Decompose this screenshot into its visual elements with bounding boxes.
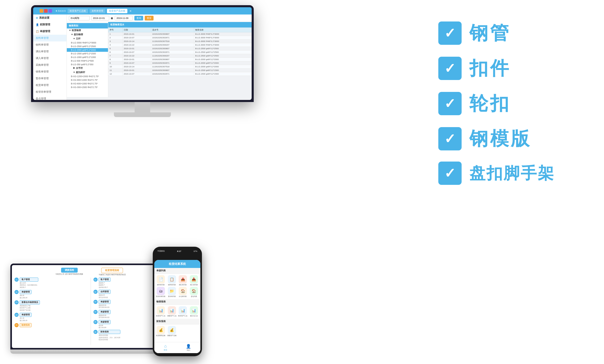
sidebar-sales[interactable]: 销售单管理 [33, 68, 67, 75]
sidebar-lease[interactable]: 租赁单管理 [33, 82, 67, 89]
table-cell-0-3: B-LG-3000 Φ48*3.2*3000 [194, 32, 252, 36]
table-cell-8-2: 101910291502671 [151, 61, 194, 65]
phone-finance-grid: 💰 租赁费用总账 💰 调拨资产总账 [154, 324, 200, 338]
tree-item-lg350[interactable]: B-LG-350 φ48*3.2*350 [67, 63, 108, 66]
tree-item-lg1000[interactable]: B-LG-1000 φ48*3.2*1000 [67, 55, 108, 59]
sidebar-permissions[interactable]: 👤 权限管理 [33, 21, 67, 28]
sidebar-receive-doc[interactable]: 收料单管理 [33, 41, 67, 48]
sidebar-documents[interactable]: 📋 单据管理 [33, 28, 67, 35]
phone-icon-warehouse-out[interactable]: 🏠 出仓单列表 [178, 287, 188, 297]
tree-item-xg900[interactable]: B-XG-900×1000 Φ42*2.75* [67, 78, 108, 82]
app-content-area: ⚙ 系统设置 👤 权限管理 📋 单据管理 发料单管理 收料单管理 调出单管理 调… [33, 14, 252, 100]
sidebar-transfer-in[interactable]: 调入单管理 [33, 55, 67, 62]
right-flow-section: 租赁管理流程 与建筑工地进行钢管等物资的租赁 [99, 268, 126, 276]
step-circle-04: 04 [14, 313, 19, 317]
toolbar-btn-purple[interactable] [48, 9, 52, 13]
table-cell-0-0: 1 [108, 32, 123, 36]
tab-asset-summary[interactable]: 租赁资产汇总账 [68, 9, 88, 13]
tree-item-lg3000[interactable]: B-LG-3000 Φ48*3.2*3000 [67, 41, 108, 45]
reset-button[interactable]: 重置 [145, 16, 154, 20]
phone-nav-me[interactable]: 👤 我的 [186, 344, 191, 352]
tab-asset-flow[interactable]: 租赁资产流水账 [107, 9, 127, 13]
table-cell-4-2: 101910291500807 [151, 47, 194, 50]
tree-item-lg2500[interactable]: B-LG-2500 φ48*3.2*2500 [67, 45, 108, 48]
step-circle-01: 01 [14, 278, 19, 282]
sidebar-issue-doc[interactable]: 发料单管理 [33, 35, 67, 41]
tab-close-btn[interactable]: ✕ [129, 10, 132, 12]
tree-item-xg1200[interactable]: B-XG-1200×2000 Φ42*2.75* [67, 75, 108, 78]
tab-issue-mgmt[interactable]: 发料单管理 [90, 9, 105, 13]
filter-date-to[interactable] [115, 16, 133, 20]
sidebar-system-settings[interactable]: ⚙ 系统设置 [33, 14, 67, 21]
feature-item-buckle: ✓ 扣件 [438, 56, 588, 81]
table-cell-7-3: B-LG-2000 φ48*3.2*2000 [194, 58, 252, 61]
table-cell-8-3: B-LG-2000 φ48*3.2*2000 [194, 61, 252, 65]
app-two-col: 物资类别 ▼ 租赁物资 ▼ 盘扣物资 ▼ 立杆 B-LG-3000 Φ48*3.… [67, 22, 252, 97]
phone-icon-transfer-finance[interactable]: 💰 调拨资产总账 [167, 326, 177, 337]
temp-store-label: 暂存存单列表 [156, 296, 165, 297]
tree-item-diagonal[interactable]: ▼ 盘扣斜杆 [67, 70, 108, 75]
tree-item-lg500[interactable]: B-LG-500 Φ48*3.2*500 [67, 59, 108, 63]
r-step-box-contract: 合同管理 [99, 290, 111, 294]
tree-item-disc[interactable]: ▼ 盘扣物资 [67, 33, 108, 37]
toolbar-btn-red[interactable] [44, 9, 48, 13]
phone-icon-temp-store[interactable]: 🗂 暂存存单列表 [156, 287, 166, 297]
sidebar-temp-storage[interactable]: 暂存单管理 [33, 75, 67, 82]
toolbar-btn-orange[interactable] [40, 9, 43, 13]
warehouse-out-icon: 🏠 [179, 287, 187, 295]
tree-item-lg1500[interactable]: B-LG-1500 φ48*3.2*1500 [67, 52, 108, 55]
phone-icon-exit-assets[interactable]: 📊 退出仓汇总 [189, 306, 199, 317]
tree-item-lg2000[interactable]: B-LG-2000 φ48*3.2*2000 [67, 48, 108, 52]
feature-checkbox-steel-form: ✓ [438, 127, 462, 150]
phone-icon-receive[interactable]: 📋 收料单列表 [167, 275, 177, 286]
filter-date-from[interactable] [91, 16, 109, 20]
checkmark-icon-4: ✓ [444, 132, 456, 145]
me-label: 我的 [187, 349, 190, 352]
table-cell-9-0: 10 [108, 65, 123, 69]
r-step-circle-02: 02 [93, 290, 98, 294]
app-main-area: ▦ 查询 重置 物资类别 ▼ 租赁物资 ▼ 盘扣物资 ▼ 立杆 B- [67, 14, 252, 100]
table-cell-6-3: B-LG-2500 φ48*3.2*2500 [194, 54, 252, 58]
transfer-in-icon: 📥 [190, 275, 198, 283]
phone-app-header: 租赁结算系统 [154, 260, 200, 268]
phone-icon-transfer-assets[interactable]: 📊 调拨资产汇总 [167, 306, 177, 317]
phone-icon-lease-finance[interactable]: 💰 租赁费用总账 [156, 326, 166, 337]
sidebar-inventory[interactable]: 盘点管理 [33, 95, 67, 100]
phone-icon-issue[interactable]: 📄 发料单列表 [156, 275, 166, 286]
tree-item-horizontal[interactable]: ▶ 水平杆 [67, 66, 108, 70]
step-desc-doc1: 调出单建立调出单 [20, 294, 32, 299]
step-circle-02: 02 [14, 290, 19, 294]
step-content-doc1: 单据管理 调出单建立调出单 [20, 290, 32, 299]
table-cell-3-3: B-LG-3000 Φ48*3.2*3000 [194, 43, 252, 47]
tree-item-xg600[interactable]: B-XG-600×1000 Φ42*2.75* [67, 82, 108, 85]
phone-icon-transfer-out[interactable]: 📤 调出单列表 [178, 275, 188, 286]
phone-icon-transfer-in[interactable]: 📥 调入单列表 [189, 275, 199, 286]
asset-flow-table: 序号 日期 流水号 物资名称 12019-10-0110191029150080… [108, 27, 252, 76]
left-flow-title: 调拨流程 [61, 268, 78, 273]
phone-section-docs: 单据列表 [154, 268, 200, 274]
sidebar-transfer-out[interactable]: 调出单管理 [33, 48, 67, 55]
exit-assets-icon: 📊 [190, 306, 198, 315]
tree-header: 物资类别 [67, 23, 108, 28]
phone-icon-temp-assets[interactable]: 📊 暂存资产汇总 [178, 306, 188, 317]
step-content-customer: 客户管理 建立合同调货协议（包含调拨价格）调货客户 [20, 278, 38, 288]
phone-screen: 租赁结算系统 单据列表 📄 发料单列表 📋 收料单列表 📤 调出单列表 � [154, 260, 200, 353]
table-cell-10-0: 11 [108, 69, 123, 72]
phone-icon-lease-assets[interactable]: 📊 租赁资产汇总 [156, 306, 166, 317]
r-step-circle-03: 03 [93, 300, 98, 304]
table-row: 122019-10-07101910291502671B-LG-1500 φ48… [108, 72, 252, 76]
warehouse-in-label: 进仓列表 [191, 296, 197, 297]
filter-user-input[interactable] [69, 16, 90, 20]
tree-item-lease[interactable]: ▼ 租赁物资 [67, 28, 108, 33]
phone-icon-temp[interactable]: 📁 暂存单列表 [167, 287, 177, 297]
query-button[interactable]: 查询 [134, 16, 143, 20]
sidebar-purchase[interactable]: 采购单管理 [33, 62, 67, 68]
table-cell-5-0: 6 [108, 50, 123, 54]
phone-nav-home[interactable]: ⌂ 首页 [164, 344, 167, 352]
nav-back-btn[interactable]: ◀ 系统首页 [55, 10, 66, 12]
tree-item-pole[interactable]: ▼ 立杆 [67, 37, 108, 41]
phone-icon-warehouse-in[interactable]: 🏠 进仓列表 [189, 287, 199, 297]
toolbar-btn-green[interactable] [35, 9, 39, 13]
sidebar-lease-storage[interactable]: 租管存单管理 [33, 89, 67, 95]
tree-item-xg300[interactable]: B-XG-300×1500 Φ42*2.75* [67, 85, 108, 89]
